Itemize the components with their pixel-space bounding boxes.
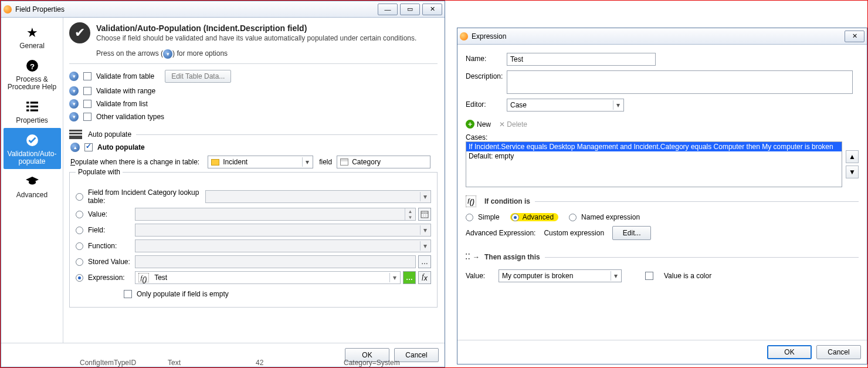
svg-rect-4 <box>26 106 29 107</box>
move-down-button[interactable]: ▼ <box>846 166 859 178</box>
table-select[interactable]: Incident ▾ <box>208 156 313 168</box>
field-combo[interactable]: ▾ <box>135 224 431 237</box>
sidebar-item-general[interactable]: ★ General <box>4 20 61 53</box>
select-value: Case <box>510 101 527 109</box>
value-select[interactable]: My computer is broken ▾ <box>499 269 622 282</box>
sidebar: ★ General ? Process & Procedure Help Pro… <box>1 18 63 343</box>
svg-rect-7 <box>30 109 38 111</box>
list-item[interactable]: Default: empty <box>466 151 842 161</box>
svg-rect-6 <box>26 109 29 111</box>
cancel-button[interactable]: Cancel <box>816 345 861 359</box>
question-icon: ? <box>25 58 40 73</box>
name-input[interactable] <box>507 53 656 66</box>
collapse-icon[interactable]: ▴ <box>70 143 80 152</box>
stored-value-input[interactable] <box>135 255 416 268</box>
expression-combo[interactable]: f() Test ▾ <box>135 271 401 284</box>
maximize-button[interactable]: ▭ <box>400 4 420 15</box>
calendar-button[interactable] <box>418 208 431 221</box>
chevron-down-icon: ▾ <box>420 192 429 201</box>
field-properties-window: Field Properties — ▭ ✕ ★ General ? Proce… <box>1 1 445 367</box>
titlebar[interactable]: Expression ✕ <box>457 28 867 45</box>
assign-icon: → <box>466 252 480 262</box>
validate-from-list-checkbox[interactable] <box>83 100 91 108</box>
function-radio[interactable] <box>76 242 83 250</box>
advanced-expression-value: Custom expression <box>544 229 604 237</box>
close-button[interactable]: ✕ <box>845 31 864 42</box>
titlebar[interactable]: Field Properties — ▭ ✕ <box>1 1 445 18</box>
expression-edit-button[interactable]: … <box>403 271 416 284</box>
expand-icon[interactable]: ▾ <box>69 99 79 109</box>
only-if-empty-checkbox[interactable] <box>124 290 132 298</box>
sidebar-item-label: Properties <box>5 117 60 124</box>
lookup-select[interactable]: ▾ <box>205 190 431 203</box>
svg-rect-11 <box>421 211 428 218</box>
expand-icon[interactable]: ▾ <box>69 112 79 121</box>
populate-with-fieldset: Populate with Field from Incident Catego… <box>69 172 438 308</box>
fx-icon: f() <box>138 273 149 282</box>
named-expression-option[interactable]: Named expression <box>569 213 640 221</box>
validate-with-range-checkbox[interactable] <box>83 87 91 95</box>
section-label: Then assign this <box>484 253 540 261</box>
spin-up-icon: ▲ <box>405 208 415 214</box>
chevron-down-icon: ▾ <box>302 157 311 167</box>
expression-radio[interactable] <box>76 274 83 282</box>
app-icon <box>460 32 468 40</box>
opt-label: Value is a color <box>664 272 711 280</box>
section-label: Auto populate <box>88 130 131 139</box>
minimize-button[interactable]: — <box>378 4 398 15</box>
browse-button[interactable]: … <box>418 255 431 268</box>
ok-button[interactable]: OK <box>767 345 812 359</box>
hint-text: Press on the arrows (▾) for more options <box>96 49 438 59</box>
validate-from-table-checkbox[interactable] <box>83 72 91 80</box>
function-combo[interactable]: ▾ <box>135 239 431 252</box>
simple-option[interactable]: Simple <box>466 213 500 221</box>
expand-icon: ▾ <box>163 49 172 59</box>
description-textarea[interactable] <box>507 70 853 94</box>
edit-expression-button[interactable]: Edit... <box>612 226 651 240</box>
editor-select[interactable]: Case ▾ <box>507 99 624 112</box>
opt-label: Other validation types <box>96 113 164 121</box>
sidebar-item-advanced[interactable]: Advanced <box>4 169 61 202</box>
chevron-down-icon: ▾ <box>613 100 622 110</box>
select-value: Category <box>352 158 381 166</box>
stored-value-radio[interactable] <box>76 258 83 266</box>
value-is-color-checkbox[interactable] <box>645 272 653 280</box>
value-radio[interactable] <box>76 211 83 218</box>
delete-button[interactable]: ✕ Delete <box>499 120 527 129</box>
list-item[interactable]: If Incident.Service equals Desktop Manag… <box>466 142 842 151</box>
move-up-button[interactable]: ▲ <box>846 150 859 163</box>
cases-listbox[interactable]: If Incident.Service equals Desktop Manag… <box>466 141 842 187</box>
sidebar-item-properties[interactable]: Properties <box>4 94 61 128</box>
sidebar-item-validation[interactable]: Validation/Auto-populate <box>4 128 61 169</box>
svg-rect-10 <box>29 181 36 183</box>
fx-button[interactable]: fx <box>418 271 431 284</box>
opt-label: Auto populate <box>97 143 145 151</box>
description-label: Description: <box>466 70 507 80</box>
list-icon <box>25 99 40 114</box>
sidebar-item-label: Advanced <box>5 191 60 199</box>
radio-label: Expression: <box>88 274 135 282</box>
svg-text:?: ? <box>29 62 34 71</box>
sidebar-item-process-help[interactable]: ? Process & Procedure Help <box>4 53 61 94</box>
expand-icon[interactable]: ▾ <box>69 86 79 96</box>
spin-down-icon: ▼ <box>405 214 415 220</box>
editor-label: Editor: <box>466 99 507 109</box>
new-button[interactable]: +New <box>466 120 491 129</box>
svg-rect-5 <box>30 106 38 107</box>
other-validation-checkbox[interactable] <box>83 113 91 121</box>
section-label: If condition is <box>484 197 530 205</box>
svg-rect-3 <box>30 102 38 103</box>
advanced-option[interactable]: Advanced <box>510 213 558 221</box>
auto-populate-checkbox[interactable] <box>84 143 93 151</box>
field-select[interactable]: Category <box>337 156 430 168</box>
app-icon <box>4 5 12 13</box>
edit-table-data-button[interactable]: Edit Table Data... <box>165 70 231 83</box>
radio-label: Function: <box>88 242 135 250</box>
field-radio[interactable] <box>76 227 83 234</box>
graduation-icon <box>25 174 40 189</box>
value-input[interactable]: ▲▼ <box>135 208 416 221</box>
close-button[interactable]: ✕ <box>422 4 442 15</box>
lookup-radio[interactable] <box>76 193 83 201</box>
expand-icon[interactable]: ▾ <box>69 72 79 81</box>
cases-label: Cases: <box>466 133 859 141</box>
